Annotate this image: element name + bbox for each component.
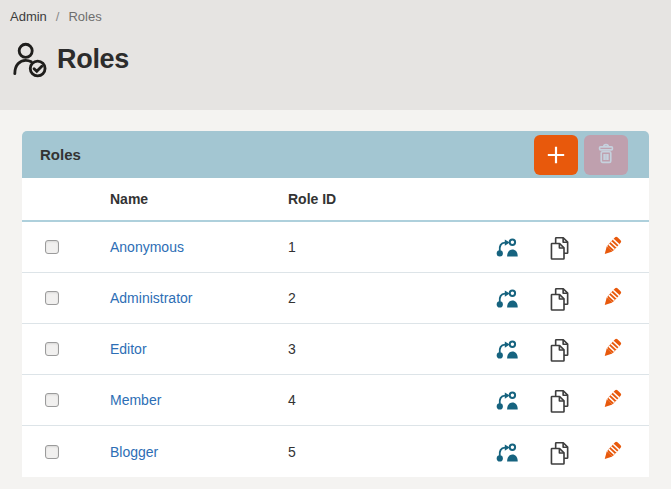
table-row: Blogger 5 (22, 426, 649, 477)
column-header-name: Name (110, 191, 288, 207)
role-id-value: 4 (288, 392, 495, 408)
roles-panel: Roles (22, 131, 649, 477)
actions-cell (495, 439, 652, 465)
edit-role-icon[interactable] (600, 285, 622, 311)
panel-header: Roles (22, 131, 649, 178)
edit-role-icon[interactable] (600, 439, 622, 465)
breadcrumb-admin[interactable]: Admin (10, 9, 47, 24)
assign-users-icon[interactable] (495, 338, 519, 360)
main-content: Roles (0, 110, 671, 477)
select-cell (22, 393, 110, 407)
breadcrumb-roles: Roles (68, 9, 101, 24)
row-checkbox[interactable] (45, 342, 59, 356)
page-header: Admin / Roles Roles (0, 0, 671, 110)
edit-role-icon[interactable] (600, 336, 622, 362)
breadcrumb-separator: / (56, 9, 60, 24)
table-row: Editor 3 (22, 324, 649, 375)
role-name-link[interactable]: Administrator (110, 290, 192, 306)
copy-role-icon[interactable] (548, 285, 571, 311)
roles-table: Name Role ID Anonymous 1 (22, 178, 649, 477)
trash-icon (595, 143, 617, 167)
role-name-link[interactable]: Blogger (110, 444, 158, 460)
table-row: Member 4 (22, 375, 649, 426)
role-id-value: 2 (288, 290, 495, 306)
name-cell: Administrator (110, 290, 288, 306)
name-cell: Blogger (110, 444, 288, 460)
table-header-row: Name Role ID (22, 178, 649, 222)
role-id-value: 1 (288, 239, 495, 255)
copy-role-icon[interactable] (548, 439, 571, 465)
role-id-value: 5 (288, 444, 495, 460)
role-id-value: 3 (288, 341, 495, 357)
user-check-icon (11, 41, 48, 78)
actions-cell (495, 234, 652, 260)
role-name-link[interactable]: Anonymous (110, 239, 184, 255)
name-cell: Member (110, 392, 288, 408)
row-checkbox[interactable] (45, 291, 59, 305)
plus-icon (544, 143, 568, 167)
page-title: Roles (57, 44, 129, 75)
assign-users-icon[interactable] (495, 236, 519, 258)
assign-users-icon[interactable] (495, 287, 519, 309)
table-body: Anonymous 1 (22, 222, 649, 477)
row-checkbox[interactable] (45, 393, 59, 407)
select-cell (22, 445, 110, 459)
select-cell (22, 291, 110, 305)
row-checkbox[interactable] (45, 240, 59, 254)
copy-role-icon[interactable] (548, 234, 571, 260)
assign-users-icon[interactable] (495, 441, 519, 463)
table-row: Administrator 2 (22, 273, 649, 324)
table-row: Anonymous 1 (22, 222, 649, 273)
panel-actions (534, 135, 628, 175)
assign-users-icon[interactable] (495, 389, 519, 411)
column-header-role-id: Role ID (288, 191, 495, 207)
select-cell (22, 240, 110, 254)
role-name-link[interactable]: Member (110, 392, 161, 408)
name-cell: Editor (110, 341, 288, 357)
row-checkbox[interactable] (45, 445, 59, 459)
select-cell (22, 342, 110, 356)
add-role-button[interactable] (534, 135, 578, 175)
actions-cell (495, 285, 652, 311)
edit-role-icon[interactable] (600, 387, 622, 413)
name-cell: Anonymous (110, 239, 288, 255)
actions-cell (495, 336, 652, 362)
title-bar: Roles (11, 41, 671, 78)
breadcrumb: Admin / Roles (10, 9, 671, 24)
edit-role-icon[interactable] (600, 234, 622, 260)
copy-role-icon[interactable] (548, 336, 571, 362)
copy-role-icon[interactable] (548, 387, 571, 413)
delete-roles-button[interactable] (584, 135, 628, 175)
actions-cell (495, 387, 652, 413)
role-name-link[interactable]: Editor (110, 341, 147, 357)
panel-title: Roles (40, 146, 534, 163)
